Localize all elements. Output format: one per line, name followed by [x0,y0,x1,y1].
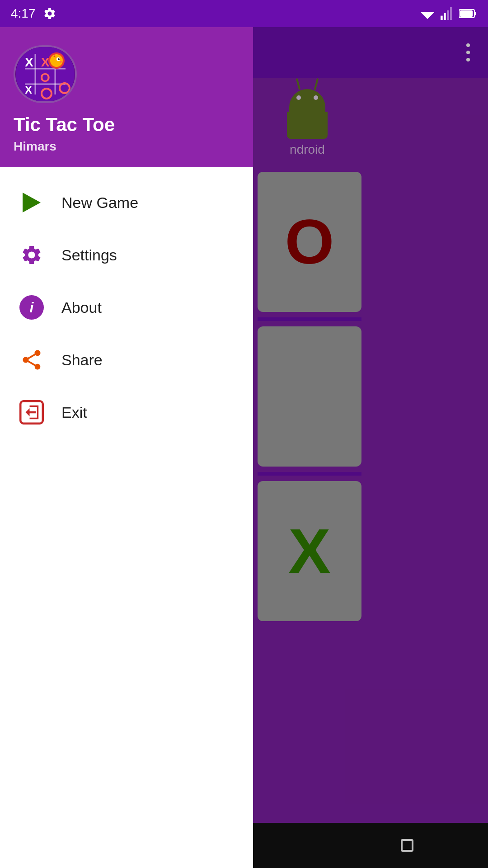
exit-svg [19,400,44,425]
share-icon [18,346,45,373]
svg-text:X: X [41,55,50,69]
wifi-icon [420,8,435,19]
share-svg [20,348,43,372]
about-label: About [61,299,102,316]
drawer-app-title: Tic Tac Toe [14,114,239,136]
navigation-drawer: X X O X [0,27,253,868]
svg-point-20 [58,58,60,60]
exit-icon [18,399,45,426]
menu-item-settings[interactable]: Settings [0,229,253,281]
svg-text:X: X [25,84,32,96]
drawer-developer: Himars [14,139,239,154]
svg-rect-2 [441,16,443,20]
settings-status-icon [43,7,56,20]
app-icon-image: X X O X [16,45,75,103]
exit-label: Exit [61,404,87,421]
gear-svg [20,244,43,266]
status-right [420,7,477,20]
menu-item-share[interactable]: Share [0,334,253,386]
svg-marker-1 [422,14,432,19]
share-label: Share [61,351,103,369]
signal-icon [440,7,454,20]
svg-rect-7 [474,12,476,15]
new-game-label: New Game [61,194,138,212]
status-left: 4:17 [11,6,56,21]
svg-text:O: O [40,71,50,85]
settings-label: Settings [61,246,117,264]
drawer-header: X X O X [0,27,253,167]
status-bar: 4:17 [0,0,488,27]
svg-point-18 [50,54,63,67]
drawer-scrim[interactable] [253,27,488,868]
settings-icon [18,241,45,269]
status-time: 4:17 [11,6,36,21]
menu-item-about[interactable]: i About [0,281,253,334]
info-icon: i [18,294,45,321]
info-circle: i [19,295,44,320]
svg-rect-4 [447,10,449,20]
battery-icon [459,8,477,19]
app-icon: X X O X [14,45,77,103]
app-container: ndroid O X [0,27,488,868]
svg-rect-3 [444,13,446,20]
menu-item-exit[interactable]: Exit [0,386,253,439]
menu-item-new-game[interactable]: New Game [0,176,253,229]
svg-text:X: X [25,55,33,69]
svg-rect-5 [450,7,452,20]
svg-rect-8 [460,10,473,17]
drawer-menu: New Game Settings i About [0,167,253,868]
play-icon [18,189,45,216]
